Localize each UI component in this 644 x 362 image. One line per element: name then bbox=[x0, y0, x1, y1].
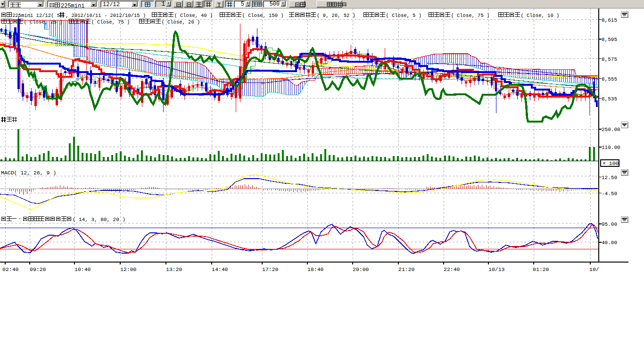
svg-text:8,575: 8,575 bbox=[602, 57, 617, 62]
svg-text:( Close, 5 ): ( Close, 5 ) bbox=[386, 13, 421, 18]
svg-text:( 9, 26, 52 ): ( 9, 26, 52 ) bbox=[317, 13, 355, 18]
svg-text:20:00: 20:00 bbox=[353, 266, 369, 272]
svg-text:17:20: 17:20 bbox=[262, 266, 279, 272]
svg-text:10/13: 10/13 bbox=[488, 266, 505, 272]
svg-text:250.00: 250.00 bbox=[602, 127, 620, 132]
svg-text:40.00: 40.00 bbox=[602, 240, 617, 246]
svg-text:225mini 12/12( 5: 225mini 12/12( 5 bbox=[12, 13, 60, 18]
svg-text:8,615: 8,615 bbox=[602, 17, 617, 23]
svg-text:14:40: 14:40 bbox=[212, 266, 228, 272]
svg-text:( Close, 25 ): ( Close, 25 ) bbox=[24, 19, 62, 25]
svg-text:18:40: 18:40 bbox=[307, 266, 324, 272]
svg-text:21:20: 21:20 bbox=[398, 266, 415, 272]
svg-text:MACD( 12, 26, 9 ): MACD( 12, 26, 9 ) bbox=[1, 170, 56, 176]
svg-text:10:40: 10:40 bbox=[74, 266, 91, 272]
svg-text:12.50: 12.50 bbox=[602, 175, 617, 181]
svg-text:01:20: 01:20 bbox=[533, 266, 549, 272]
svg-text:22:40: 22:40 bbox=[444, 266, 460, 272]
svg-text:( Close, 10 ): ( Close, 10 ) bbox=[520, 13, 559, 18]
svg-text:8,555: 8,555 bbox=[602, 76, 617, 82]
svg-text:12:00: 12:00 bbox=[120, 266, 137, 272]
svg-text:09:20: 09:20 bbox=[30, 266, 46, 272]
svg-text:02:40: 02:40 bbox=[2, 266, 19, 272]
svg-text:110.00: 110.00 bbox=[602, 145, 620, 150]
svg-text:8,595: 8,595 bbox=[602, 37, 617, 42]
svg-text:95.00: 95.00 bbox=[602, 222, 617, 227]
svg-text:× 100: × 100 bbox=[603, 160, 619, 166]
svg-text:, 2012/10/11 - 2012/10/15 ): , 2012/10/11 - 2012/10/15 ) bbox=[66, 13, 146, 18]
svg-text:( 14, 3, 80, 20 ): ( 14, 3, 80, 20 ) bbox=[73, 217, 125, 222]
svg-text:-4.50: -4.50 bbox=[602, 191, 617, 197]
svg-text:13:20: 13:20 bbox=[166, 266, 182, 272]
svg-text:( Close, 20 ): ( Close, 20 ) bbox=[161, 19, 200, 25]
svg-text:10/: 10/ bbox=[589, 266, 599, 272]
svg-text:( Close, 40 ): ( Close, 40 ) bbox=[174, 13, 213, 18]
svg-text:( Close, 75 ): ( Close, 75 ) bbox=[91, 19, 130, 25]
svg-text:8,535: 8,535 bbox=[602, 96, 617, 102]
svg-text:( Close, 150 ): ( Close, 150 ) bbox=[242, 13, 283, 18]
svg-text:( Close, 75 ): ( Close, 75 ) bbox=[451, 13, 489, 18]
